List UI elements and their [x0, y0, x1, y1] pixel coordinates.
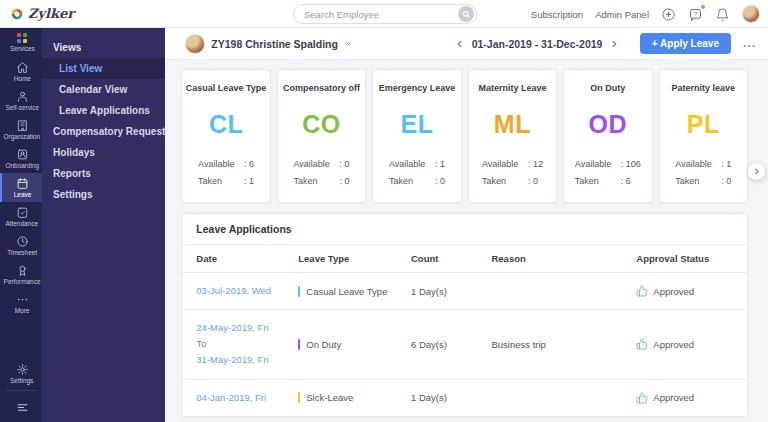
subnav-section-views: Views	[42, 36, 165, 58]
reason-cell	[491, 281, 636, 301]
column-header-date: Date	[196, 245, 298, 272]
leave-card-od[interactable]: On Duty OD Available: 106 Taken: 6	[563, 69, 652, 203]
rail-item-timesheet[interactable]: Timesheet	[0, 231, 42, 260]
clock-icon	[16, 235, 29, 248]
date-cell: 04-Jan-2019, Fri	[196, 380, 298, 416]
carousel-next-button[interactable]	[748, 163, 765, 180]
column-header-reason: Reason	[491, 245, 636, 272]
rail-item-attendance[interactable]: Attendance	[0, 202, 42, 231]
rail-item-services[interactable]: Services	[0, 28, 42, 57]
employee-search	[293, 4, 477, 24]
table-row[interactable]: 03-Jul-2019, Wed Casual Leave Type 1 Day…	[182, 273, 747, 310]
taken-label: Taken	[294, 173, 340, 190]
user-avatar[interactable]	[742, 5, 760, 23]
taken-value: : 0	[528, 173, 538, 190]
taken-value: : 6	[621, 173, 631, 190]
taken-label: Taken	[389, 173, 435, 190]
rail-item-onboarding[interactable]: Onboarding	[0, 144, 42, 173]
rail-item-label: Timesheet	[7, 249, 37, 255]
leave-date-link[interactable]: 04-Jan-2019, Fri	[196, 390, 298, 406]
approval-status-cell: Approved	[636, 382, 733, 414]
bell-icon[interactable]	[715, 7, 730, 22]
approval-status-cell: Approved	[636, 275, 733, 307]
leave-card-code: OD	[564, 110, 651, 139]
medal-icon	[16, 264, 29, 277]
available-value: : 1	[721, 156, 731, 173]
taken-label: Taken	[675, 173, 721, 190]
subnav-item-reports[interactable]: Reports	[42, 163, 165, 184]
search-input[interactable]	[294, 9, 458, 20]
available-value: : 6	[244, 156, 254, 173]
apply-leave-button[interactable]: + Apply Leave	[640, 33, 731, 54]
rail-item-self-service[interactable]: Self-service	[0, 86, 42, 115]
subnav-item-calendar-view[interactable]: Calendar View	[42, 79, 165, 100]
leave-card-code: EL	[373, 110, 460, 139]
leave-card-code: ML	[469, 110, 556, 139]
subnav-item-settings[interactable]: Settings	[42, 184, 165, 205]
rail-divider	[6, 390, 36, 391]
subnav-item-holidays[interactable]: Holidays	[42, 142, 165, 163]
page-header: ZY198 Christine Spalding 01-Jan-2019 - 3…	[165, 28, 768, 60]
leave-card-stats: Available: 12 Taken: 0	[482, 156, 543, 190]
leave-type-cell: Casual Leave Type	[298, 276, 411, 307]
more-options-button[interactable]: ...	[743, 41, 756, 46]
leave-date-link[interactable]: 03-Jul-2019, Wed	[196, 283, 298, 299]
available-value: : 0	[340, 156, 350, 173]
reason-cell	[491, 388, 636, 408]
plus-circle-icon[interactable]	[661, 7, 676, 22]
leave-type-cell: Sick-Leave	[298, 382, 411, 413]
subnav-item-list-view[interactable]: List View	[42, 58, 165, 79]
building-icon	[16, 119, 29, 132]
leave-card-stats: Available: 106 Taken: 6	[575, 156, 641, 190]
prev-period-button[interactable]	[455, 39, 465, 49]
module-rail: Services Home Self-service Organization …	[0, 28, 42, 422]
approval-status-cell: Approved	[636, 328, 733, 360]
taken-value: : 0	[721, 173, 731, 190]
sidebar-collapse-button[interactable]	[0, 393, 42, 422]
badge-icon	[16, 148, 29, 161]
leave-type-label: Sick-Leave	[306, 392, 353, 403]
svg-text:?: ?	[694, 10, 697, 16]
leave-card-stats: Available: 1 Taken: 0	[389, 156, 445, 190]
leave-card-el[interactable]: Emergency Leave EL Available: 1 Taken: 0	[372, 69, 461, 203]
leave-card-cl[interactable]: Casual Leave Type CL Available: 6 Taken:…	[181, 69, 270, 203]
status-label: Approved	[653, 392, 694, 403]
rail-item-more[interactable]: More	[0, 289, 42, 318]
leave-date-link[interactable]: 24-May-2019, Fri	[196, 320, 298, 336]
available-value: : 12	[528, 156, 543, 173]
table-header-row: DateLeave TypeCountReasonApproval Status	[182, 245, 747, 273]
count-cell: 1 Day(s)	[411, 382, 492, 413]
logo[interactable]: Zylker	[0, 6, 74, 21]
leave-card-ml[interactable]: Maternity Leave ML Available: 12 Taken: …	[468, 69, 557, 203]
leave-card-pl[interactable]: Paternity leave PL Available: 1 Taken: 0	[659, 69, 748, 203]
rail-item-home[interactable]: Home	[0, 57, 42, 86]
employee-selector[interactable]: ZY198 Christine Spalding	[165, 34, 353, 54]
leave-applications-table: Leave Applications DateLeave TypeCountRe…	[181, 213, 748, 417]
rail-item-leave[interactable]: Leave	[0, 173, 42, 202]
table-row[interactable]: 24-May-2019, FriTo31-May-2019, Fri On Du…	[182, 310, 747, 379]
calendar-check-icon	[16, 206, 29, 219]
table-row[interactable]: 04-Jan-2019, Fri Sick-Leave 1 Day(s) App…	[182, 380, 747, 416]
subnav-item-compensatory-request[interactable]: Compensatory Request	[42, 121, 165, 142]
taken-value: : 0	[435, 173, 445, 190]
leave-type-color-bar	[298, 392, 300, 403]
rail-item-label: Performance	[4, 278, 41, 284]
leave-card-co[interactable]: Compensatory off CO Available: 0 Taken: …	[277, 69, 366, 203]
ellipsis-icon	[16, 293, 29, 306]
search-icon[interactable]	[458, 6, 474, 22]
rail-item-label: Self-service	[5, 104, 39, 110]
admin-panel-link[interactable]: Admin Panel	[595, 9, 649, 20]
leave-type-label: Casual Leave Type	[306, 286, 387, 297]
subnav-item-leave-applications[interactable]: Leave Applications	[42, 100, 165, 121]
leave-date-link[interactable]: 31-May-2019, Fri	[196, 352, 298, 368]
rail-item-settings[interactable]: Settings	[0, 359, 42, 388]
next-period-button[interactable]	[609, 39, 619, 49]
chevron-down-icon	[344, 39, 353, 48]
subscription-link[interactable]: Subscription	[531, 9, 583, 20]
rail-item-organization[interactable]: Organization	[0, 115, 42, 144]
help-chat-icon[interactable]: ?	[688, 7, 703, 22]
leave-card-stats: Available: 6 Taken: 1	[198, 156, 254, 190]
leave-type-color-bar	[298, 286, 300, 297]
services-grid-icon	[17, 33, 28, 44]
rail-item-performance[interactable]: Performance	[0, 260, 42, 289]
